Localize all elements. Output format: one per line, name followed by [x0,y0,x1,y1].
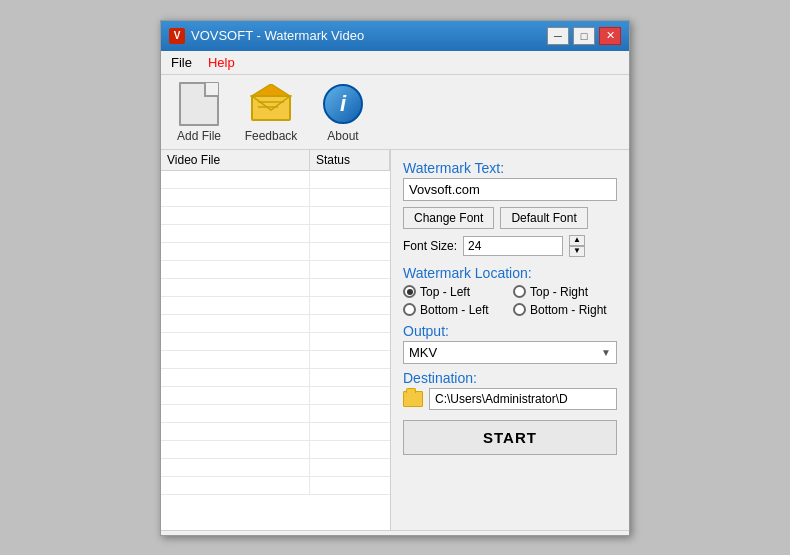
addfile-icon [179,82,219,126]
toolbar: Add File Feedback i [161,75,629,150]
col-status: Status [310,150,390,170]
toolbar-feedback[interactable]: Feedback [241,81,301,143]
start-button[interactable]: START [403,420,617,455]
default-font-button[interactable]: Default Font [500,207,587,229]
menu-file[interactable]: File [165,53,198,72]
svg-marker-4 [252,84,290,96]
output-select-wrapper: MKV AVI MP4 MOV [403,341,617,364]
table-row [161,279,390,297]
feedback-icon-wrapper [248,81,294,127]
main-window: V VOVSOFT - Watermark Video ─ □ ✕ File H… [160,20,630,536]
table-row [161,387,390,405]
addfile-label: Add File [177,129,221,143]
folder-browse-icon[interactable] [403,391,423,407]
toolbar-about[interactable]: i About [313,81,373,143]
radio-label-top-right: Top - Right [530,285,588,299]
table-row [161,225,390,243]
file-list-header: Video File Status [161,150,390,171]
file-list-rows[interactable] [161,171,390,530]
radio-circle-top-left [403,285,416,298]
output-label: Output: [403,323,617,339]
radio-bottom-right[interactable]: Bottom - Right [513,303,617,317]
app-icon: V [169,28,185,44]
font-size-spinner: ▲ ▼ [569,235,585,257]
table-row [161,189,390,207]
radio-label-bottom-right: Bottom - Right [530,303,607,317]
menu-help[interactable]: Help [202,53,241,72]
table-row [161,369,390,387]
title-bar-left: V VOVSOFT - Watermark Video [169,28,364,44]
font-buttons: Change Font Default Font [403,207,617,229]
watermark-text-label: Watermark Text: [403,160,617,176]
col-videofile: Video File [161,150,310,170]
change-font-button[interactable]: Change Font [403,207,494,229]
menubar: File Help [161,51,629,75]
radio-circle-bottom-right [513,303,526,316]
destination-input[interactable] [429,388,617,410]
toolbar-addfile[interactable]: Add File [169,81,229,143]
font-size-input[interactable] [463,236,563,256]
feedback-icon [250,84,292,124]
font-size-row: Font Size: ▲ ▼ [403,235,617,257]
table-row [161,261,390,279]
radio-label-top-left: Top - Left [420,285,470,299]
table-row [161,405,390,423]
title-controls: ─ □ ✕ [547,27,621,45]
close-button[interactable]: ✕ [599,27,621,45]
title-bar: V VOVSOFT - Watermark Video ─ □ ✕ [161,21,629,51]
radio-top-left[interactable]: Top - Left [403,285,507,299]
radio-circle-bottom-left [403,303,416,316]
table-row [161,351,390,369]
radio-top-right[interactable]: Top - Right [513,285,617,299]
content-area: Video File Status [161,150,629,530]
watermark-text-input[interactable] [403,178,617,201]
font-size-label: Font Size: [403,239,457,253]
window-title: VOVSOFT - Watermark Video [191,28,364,43]
about-label: About [327,129,358,143]
table-row [161,459,390,477]
destination-section: Destination: [403,370,617,410]
destination-label: Destination: [403,370,617,386]
minimize-button[interactable]: ─ [547,27,569,45]
radio-circle-top-right [513,285,526,298]
destination-row [403,388,617,410]
table-row [161,315,390,333]
output-section: Output: MKV AVI MP4 MOV [403,323,617,364]
file-list-panel: Video File Status [161,150,391,530]
feedback-label: Feedback [245,129,298,143]
about-icon-wrapper: i [320,81,366,127]
addfile-icon-wrapper [176,81,222,127]
table-row [161,297,390,315]
about-icon: i [323,84,363,124]
table-row [161,243,390,261]
watermark-location-label: Watermark Location: [403,265,617,281]
status-bar [161,530,629,535]
font-size-down[interactable]: ▼ [569,246,585,257]
table-row [161,171,390,189]
output-select[interactable]: MKV AVI MP4 MOV [403,341,617,364]
right-panel: Watermark Text: Change Font Default Font… [391,150,629,530]
table-row [161,441,390,459]
table-row [161,477,390,495]
radio-label-bottom-left: Bottom - Left [420,303,489,317]
table-row [161,333,390,351]
table-row [161,207,390,225]
watermark-location-section: Watermark Location: Top - Left Top - Rig… [403,265,617,317]
maximize-button[interactable]: □ [573,27,595,45]
radio-bottom-left[interactable]: Bottom - Left [403,303,507,317]
location-radio-group: Top - Left Top - Right Bottom - Left Bot… [403,285,617,317]
font-size-up[interactable]: ▲ [569,235,585,246]
watermark-text-section: Watermark Text: [403,160,617,201]
table-row [161,423,390,441]
